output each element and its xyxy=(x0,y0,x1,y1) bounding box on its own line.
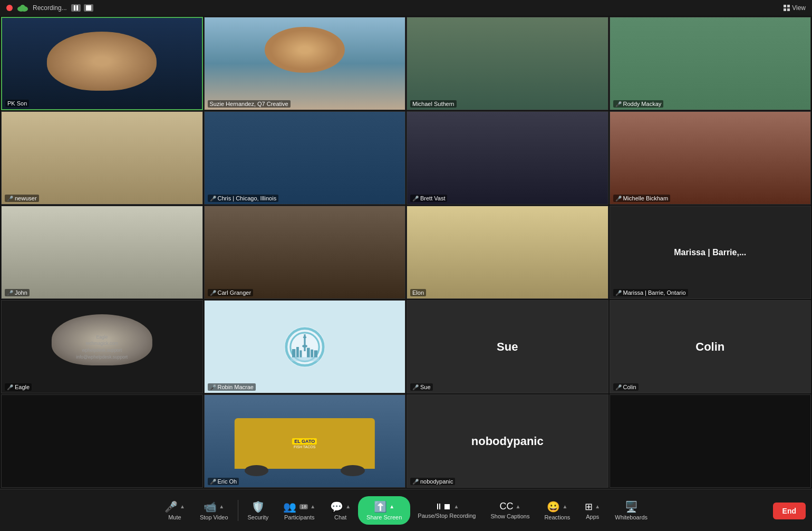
video-chevron-icon: ▲ xyxy=(219,504,224,509)
whiteboards-icon: 🖥️ xyxy=(625,500,638,513)
participant-cell-newuser[interactable]: 🎤 newuser xyxy=(1,111,203,205)
participants-label: Participants xyxy=(284,514,314,520)
pause-recording-button[interactable] xyxy=(71,4,81,12)
mute-icon-marissa: 🎤 xyxy=(615,290,622,296)
pause-recording-label: Pause/Stop Recording xyxy=(418,513,476,519)
mute-icon-newuser: 🎤 xyxy=(7,196,13,201)
svg-rect-15 xyxy=(291,357,319,361)
share-screen-icon: ⬆️ xyxy=(374,500,387,513)
nobodypanic-placeholder: nobodypanic xyxy=(407,395,608,487)
apps-button[interactable]: ⊞ ▲ Apps xyxy=(577,501,607,520)
participant-name-newuser: 🎤 newuser xyxy=(5,195,39,202)
chat-label: Chat xyxy=(334,514,346,520)
share-screen-button[interactable]: ⬆️ ▲ Share Screen xyxy=(358,496,410,525)
participant-name-elon: Elon xyxy=(410,289,426,296)
microphone-icon: 🎤 xyxy=(165,500,178,513)
participant-cell-robin[interactable]: 🎤 Robin Macrae xyxy=(204,300,406,393)
participant-cell-nobodypanic[interactable]: nobodypanic 🎤 nobodypanic xyxy=(407,394,608,488)
reactions-button[interactable]: 😀 ▲ Reactions xyxy=(537,500,577,520)
apps-label: Apps xyxy=(586,514,599,520)
participant-cell-michael[interactable]: Michael Suthern xyxy=(407,17,608,110)
toolbar: 🎤 ▲ Mute 📹 ▲ Stop Video 🛡️ Security 👥 18… xyxy=(0,489,812,531)
whiteboards-label: Whiteboards xyxy=(615,514,647,520)
pause-stop-recording-button[interactable]: ⏸⏹ ▲ Pause/Stop Recording xyxy=(410,502,483,519)
participant-name-robin: 🎤 Robin Macrae xyxy=(208,383,256,391)
reactions-label: Reactions xyxy=(544,514,570,520)
svg-rect-9 xyxy=(292,349,295,358)
stop-recording-button[interactable] xyxy=(84,4,93,12)
security-button[interactable]: 🛡️ Security xyxy=(240,500,276,520)
mute-icon-brett: 🎤 xyxy=(412,196,419,201)
mute-icon-robin: 🎤 xyxy=(210,384,216,390)
participant-name-michael: Michael Suthern xyxy=(410,100,457,108)
participant-cell-carl[interactable]: 🎤 Carl Granger xyxy=(204,206,406,299)
participant-name-colin: 🎤 Colin xyxy=(613,383,639,391)
participant-cell-brett[interactable]: 🎤 Brett Vast xyxy=(407,111,608,205)
shield-icon: 🛡️ xyxy=(252,500,265,513)
mute-icon-colin: 🎤 xyxy=(615,384,622,390)
end-button[interactable]: End xyxy=(773,503,806,519)
mute-label: Mute xyxy=(168,514,181,520)
participant-cell-elon[interactable]: Elon xyxy=(407,206,608,299)
mute-button[interactable]: 🎤 ▲ Mute xyxy=(157,500,192,520)
share-screen-label: Share Screen xyxy=(366,514,402,520)
participants-icon: 👥 xyxy=(283,500,296,513)
participant-name-pk: PK Son xyxy=(5,100,29,107)
show-captions-label: Show Captions xyxy=(490,513,529,519)
stop-video-button[interactable]: 📹 ▲ Stop Video xyxy=(192,500,236,520)
participant-cell-eagle[interactable]: Eagletechmagick.comwphelpdesk.supportinf… xyxy=(1,300,203,393)
participant-cell-michelle[interactable]: 🎤 Michelle Bickham xyxy=(610,111,811,205)
share-screen-chevron-icon: ▲ xyxy=(389,504,394,509)
mute-icon-john: 🎤 xyxy=(7,290,13,296)
svg-rect-12 xyxy=(307,347,310,357)
colin-placeholder: Colin xyxy=(610,301,811,393)
participant-cell-roddy[interactable]: 🎤 Roddy Mackay xyxy=(610,17,811,110)
participants-chevron-icon: ▲ xyxy=(310,504,315,509)
participant-name-eagle: 🎤 Eagle xyxy=(5,383,32,391)
view-button[interactable]: View xyxy=(784,4,806,12)
sue-placeholder: Sue xyxy=(407,301,608,393)
participant-name-marissa: 🎤 Marissa | Barrie, Ontario xyxy=(613,289,688,296)
mute-chevron-icon: ▲ xyxy=(180,504,185,509)
chat-button[interactable]: 💬 ▲ Chat xyxy=(323,500,358,520)
participants-button[interactable]: 👥 18 ▲ Participants xyxy=(276,500,323,520)
mute-icon-michelle: 🎤 xyxy=(615,196,622,201)
mute-icon-carl: 🎤 xyxy=(210,290,216,296)
mute-icon-roddy: 🎤 xyxy=(615,101,622,107)
show-captions-button[interactable]: CC ▲ Show Captions xyxy=(483,501,537,519)
whiteboards-button[interactable]: 🖥️ Whiteboards xyxy=(607,500,655,520)
divider-1 xyxy=(238,500,238,521)
svg-rect-11 xyxy=(299,350,302,358)
participant-cell-john[interactable]: 🎤 John xyxy=(1,206,203,299)
participant-name-sue: 🎤 Sue xyxy=(410,383,433,391)
captions-icon: CC xyxy=(499,501,513,512)
participant-name-brett: 🎤 Brett Vast xyxy=(410,195,447,202)
participant-name-michelle: 🎤 Michelle Bickham xyxy=(613,195,671,202)
participant-cell-chris[interactable]: 🎤 Chris | Chicago, Illinois xyxy=(204,111,406,205)
recording-controls-icon: ⏸⏹ xyxy=(434,502,451,511)
participant-cell-pk[interactable]: PK Son xyxy=(1,17,203,110)
grid-view-icon xyxy=(784,5,790,11)
participant-cell-marissa[interactable]: Marissa | Barrie,... 🎤 Marissa | Barrie,… xyxy=(610,206,811,299)
recording-chevron-icon: ▲ xyxy=(453,504,459,509)
participant-name-carl: 🎤 Carl Granger xyxy=(208,289,254,296)
empty-cell-row5-col1 xyxy=(1,394,203,488)
participant-name-chris: 🎤 Chris | Chicago, Illinois xyxy=(208,195,279,202)
reactions-chevron-icon: ▲ xyxy=(562,504,567,509)
participant-cell-sue[interactable]: Sue 🎤 Sue xyxy=(407,300,608,393)
top-controls[interactable] xyxy=(71,4,93,12)
svg-rect-14 xyxy=(314,350,317,358)
svg-point-8 xyxy=(302,345,307,347)
stop-video-label: Stop Video xyxy=(200,514,228,520)
captions-chevron-icon: ▲ xyxy=(515,504,520,509)
svg-point-2 xyxy=(20,5,25,10)
top-bar-left: Recording... xyxy=(6,4,93,12)
participant-cell-eric[interactable]: EL GATO FISH TACOS 🎤 Eric Oh xyxy=(204,394,406,488)
participant-cell-suzie[interactable]: Suzie Hernandez, Q7 Creative xyxy=(204,17,406,110)
video-icon: 📹 xyxy=(204,500,217,513)
participant-cell-colin[interactable]: Colin 🎤 Colin xyxy=(610,300,811,393)
video-grid: PK Son Suzie Hernandez, Q7 Creative Mich… xyxy=(0,16,812,489)
chat-icon: 💬 xyxy=(330,500,343,513)
participants-count: 18 xyxy=(299,504,308,509)
participant-name-suzie: Suzie Hernandez, Q7 Creative xyxy=(208,100,291,108)
